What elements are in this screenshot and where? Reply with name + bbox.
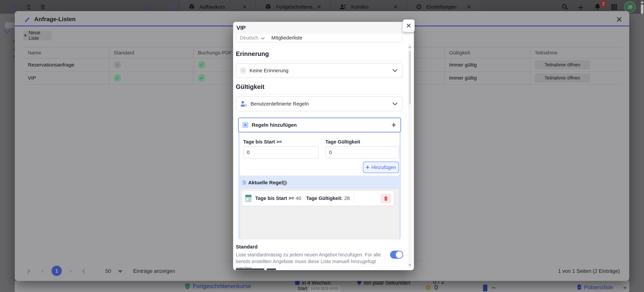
- current-rules-heading: Aktuelle Regeln: [248, 180, 286, 186]
- modal-scrollbar[interactable]: [408, 43, 412, 269]
- presence-link[interactable]: Präsenzliste: [584, 284, 613, 290]
- list-name-input[interactable]: MItgliederliste: [271, 35, 302, 41]
- standard-toggle[interactable]: [390, 251, 403, 259]
- table-row-name[interactable]: Reservationsanfrage: [24, 58, 109, 72]
- dash-value: –: [492, 283, 496, 291]
- trash-icon[interactable]: [40, 3, 46, 11]
- table-cell-teilnahme: Teilnahme öffnen: [530, 58, 622, 72]
- delete-rule-button[interactable]: [380, 194, 391, 203]
- open-participation-button[interactable]: Teilnahme öffnen: [535, 60, 590, 69]
- standard-description: Liste standardmässig zu jedem neuen Ange…: [236, 251, 387, 270]
- days-until-start-input[interactable]: 0: [243, 146, 319, 159]
- next-page-button[interactable]: ›: [70, 267, 72, 274]
- rules-panel: + Regeln hinzufügen + Tage bis Start >= …: [238, 118, 401, 239]
- add-rule-label: Hinzufügen: [371, 165, 396, 170]
- open-participation-button[interactable]: Teilnahme öffnen: [535, 73, 590, 82]
- tab-close-icon[interactable]: ✕: [467, 4, 471, 10]
- section-heading-gueltigkeit: Gültigkeit: [236, 83, 264, 90]
- page-size-dropdown-icon[interactable]: [118, 270, 122, 273]
- archive-icon[interactable]: [26, 3, 32, 11]
- new-list-button[interactable]: + Neue Liste: [24, 31, 52, 40]
- chevron-down-icon[interactable]: [168, 5, 175, 9]
- rule-days-valid-label: Tage Gültigkeit:: [306, 196, 343, 201]
- expand-plus-icon[interactable]: +: [392, 121, 396, 129]
- modal-title: Anfrage-Listen: [34, 16, 76, 23]
- list-name-field[interactable]: Deutsch MItgliederliste: [236, 34, 402, 42]
- add-rules-label: Regeln hinzufügen: [252, 122, 297, 128]
- section-divider: [236, 94, 402, 94]
- column-header-standard: Standard: [109, 47, 193, 58]
- count-value: 0: [434, 284, 438, 291]
- clipboard-icon: [576, 284, 582, 290]
- table-cell-gueltigkeit: Immer gültig: [444, 72, 530, 85]
- start-datetime-chip: 13.03.2025 16:03: [309, 285, 340, 292]
- add-rule-button[interactable]: + Hinzufügen: [363, 162, 399, 173]
- days-valid-value: 0: [329, 150, 332, 155]
- sitemap-icon[interactable]: [11, 3, 18, 11]
- scroll-down-icon[interactable]: [408, 264, 412, 266]
- plus-icon: +: [24, 32, 27, 39]
- rule-item: Tage bis Start >= 40 Tage Gültigkeit: 28: [242, 191, 394, 206]
- language-select[interactable]: Deutsch: [240, 35, 258, 41]
- page-size-value[interactable]: 50: [105, 268, 111, 274]
- user-gear-icon: [240, 100, 248, 107]
- days-until-start-label: Tage bis Start >=: [243, 139, 282, 145]
- page-scrollbar[interactable]: [640, 0, 644, 14]
- tab-label: Kunden: [351, 4, 368, 10]
- vip-close-button[interactable]: ✕: [403, 20, 414, 32]
- duration-text: ein paar Sekunden: [364, 281, 410, 286]
- chevron-down-icon: [392, 69, 398, 72]
- cube-icon: [265, 3, 272, 11]
- tab-close-icon[interactable]: ✕: [393, 4, 398, 10]
- medal-icon: [426, 285, 431, 290]
- home-icon[interactable]: [146, 4, 152, 11]
- prev-page-button[interactable]: ‹: [42, 267, 44, 274]
- clipped-text-fragment: [13, 49, 15, 50]
- tab-label: Aufbaukurs: [200, 4, 225, 10]
- apps-grid-icon[interactable]: [611, 4, 618, 11]
- scroll-up-icon[interactable]: [408, 46, 412, 48]
- column-header-teilnahme: Teilnahme: [530, 47, 622, 58]
- validity-selected-value: Benutzerdefinierte Regeln: [250, 101, 309, 107]
- expand-chevron-icon[interactable]: [4, 30, 10, 34]
- rule-days-until-start-label: Tage bis Start >=: [255, 196, 294, 201]
- vip-modal: VIP Deutsch MItgliederliste Erinnerung ✕…: [233, 22, 414, 270]
- page-scrollbar-thumb[interactable]: [641, 4, 643, 14]
- check-circle-icon: ✓: [198, 74, 205, 82]
- vip-modal-title: VIP: [236, 25, 246, 31]
- tab-close-icon[interactable]: ✕: [242, 4, 247, 10]
- standard-heading: Standard: [236, 244, 258, 250]
- users-icon: [339, 3, 347, 11]
- table-cell-standard: ✕: [109, 58, 193, 72]
- reminder-select[interactable]: ✕ Keine Erinnerung: [236, 63, 402, 78]
- background-page-left: [0, 14, 15, 292]
- close-icon[interactable]: ✕: [616, 15, 622, 24]
- scroll-up-icon[interactable]: [641, 1, 644, 3]
- table-row-name[interactable]: VIP: [24, 72, 109, 85]
- gear-icon: ⚙: [416, 3, 422, 11]
- days-valid-input[interactable]: 0: [325, 146, 399, 159]
- shield-icon: [184, 282, 191, 290]
- tab-close-icon[interactable]: ✕: [317, 4, 321, 10]
- search-icon[interactable]: [562, 3, 568, 11]
- table-cell-standard: ✓: [109, 72, 193, 85]
- validity-select[interactable]: Benutzerdefinierte Regeln: [236, 96, 402, 111]
- course-link[interactable]: Fortgeschrittenenkurse: [193, 283, 251, 289]
- scroll-down-icon[interactable]: [623, 287, 627, 289]
- current-rules-list: Tage bis Start >= 40 Tage Gültigkeit: 28: [240, 189, 399, 239]
- last-page-button[interactable]: ›|: [82, 267, 85, 274]
- modal-scrollbar-thumb[interactable]: [409, 51, 411, 104]
- notification-badge: 2: [600, 0, 607, 7]
- start-label: Start: [298, 286, 307, 291]
- column-header-name: Name: [24, 47, 109, 58]
- clipped-text-fragment: [267, 268, 276, 270]
- magic-wand-icon: [24, 15, 32, 23]
- current-page-indicator[interactable]: 1: [52, 266, 62, 276]
- plus-icon: +: [366, 164, 369, 171]
- add-rules-header[interactable]: + Regeln hinzufügen +: [238, 118, 401, 132]
- calendar-icon: [245, 195, 252, 202]
- info-icon[interactable]: i: [282, 181, 287, 186]
- cross-circle-icon: ✕: [240, 67, 246, 74]
- first-page-button[interactable]: |‹: [28, 267, 31, 274]
- vip-modal-header: VIP: [233, 22, 414, 34]
